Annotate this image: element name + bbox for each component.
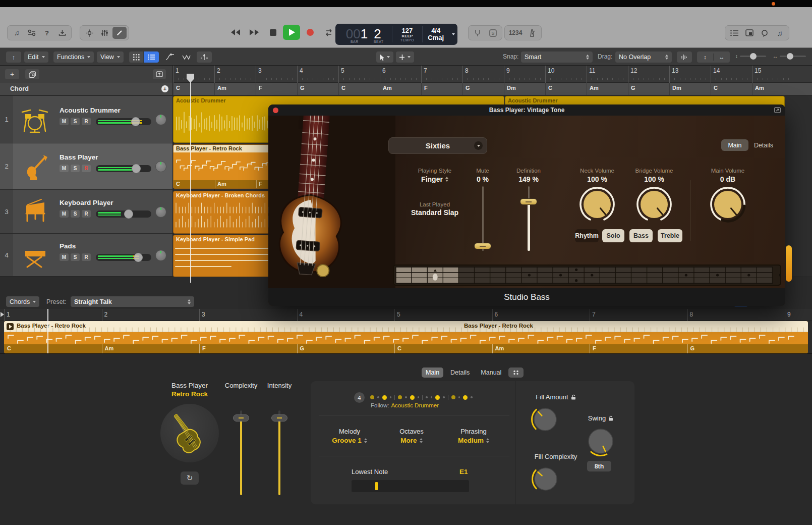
pan-knob[interactable] xyxy=(155,161,166,172)
solo-pickup-button[interactable]: Solo xyxy=(602,229,624,242)
snap-dropdown[interactable]: Smart xyxy=(521,51,593,63)
lcd-tempo[interactable]: 127 KEEP TEMPO xyxy=(392,24,423,45)
hide-toolbar-icon[interactable]: ↑ xyxy=(6,51,21,63)
chord-cell[interactable]: C xyxy=(548,85,552,91)
intensity-slider[interactable] xyxy=(271,410,287,495)
editor-bar-number[interactable]: 5 xyxy=(397,311,400,318)
definition-slider[interactable] xyxy=(518,186,539,251)
chord-cell[interactable]: Dm xyxy=(672,85,681,91)
rewind-button[interactable] xyxy=(227,25,244,40)
vertical-scrollbar[interactable] xyxy=(786,245,792,282)
record-enable-button[interactable]: R xyxy=(82,165,91,172)
editor-chord-cell[interactable]: F xyxy=(593,345,596,351)
slider-handle[interactable] xyxy=(271,414,287,422)
ruler-bar-number[interactable]: 2 xyxy=(217,67,220,74)
editor-chord-cell[interactable]: C xyxy=(7,345,11,351)
plugin-tab-main[interactable]: Main xyxy=(721,139,748,151)
download-icon[interactable] xyxy=(55,27,69,39)
editor-bar-number[interactable]: 8 xyxy=(690,311,693,318)
editor-bar-number[interactable]: 7 xyxy=(592,311,596,318)
editor-bar-number[interactable]: 6 xyxy=(495,311,498,318)
reload-style-button[interactable]: ↻ xyxy=(181,471,199,485)
track-row-1[interactable]: 1Acoustic DrummerMSR xyxy=(0,96,173,143)
lcd-display[interactable]: 001 2 BAR BEAT 127 KEEP TEMPO 4/4 Cmaj xyxy=(335,24,457,45)
volume-handle[interactable] xyxy=(132,164,141,173)
lcd-brightness-icon[interactable] xyxy=(82,27,96,39)
view-menu[interactable]: View xyxy=(97,51,124,63)
param-phrasing[interactable]: Phrasing Medium xyxy=(446,428,501,444)
plugin-tab-details[interactable]: Details xyxy=(749,139,778,151)
ruler-bar-number[interactable]: 15 xyxy=(755,67,761,74)
player-style[interactable]: Retro Rock xyxy=(139,390,240,398)
record-button[interactable] xyxy=(302,25,319,40)
editor-chord-cell[interactable]: Am xyxy=(495,345,504,351)
count-in-button[interactable]: 1234 xyxy=(507,27,524,39)
main-volume-knob[interactable] xyxy=(709,185,747,224)
metronome-icon[interactable] xyxy=(525,27,539,39)
solo-button[interactable]: S xyxy=(71,118,80,125)
ruler-bar-number[interactable]: 3 xyxy=(258,67,262,74)
chord-cell[interactable]: G xyxy=(631,85,635,91)
bridge-volume-knob[interactable] xyxy=(635,185,673,224)
track-header-config-icon[interactable] xyxy=(153,69,166,79)
flex-icon[interactable] xyxy=(197,51,212,63)
editor-chord-cell[interactable]: G xyxy=(690,345,695,351)
pan-knob[interactable] xyxy=(155,250,166,261)
help-icon[interactable]: ? xyxy=(40,27,54,39)
rhythm-button[interactable]: Rhythm xyxy=(575,229,599,242)
solo-button[interactable]: S xyxy=(71,253,80,261)
drag-dropdown[interactable]: No Overlap xyxy=(615,51,672,63)
ruler-bar-number[interactable]: 1 xyxy=(176,67,179,74)
track-row-4[interactable]: 4PadsMSR xyxy=(0,234,173,277)
neck-volume-knob[interactable] xyxy=(578,185,616,224)
chord-cell[interactable]: F xyxy=(259,85,262,91)
vertical-autozoom-icon[interactable]: ↕ xyxy=(697,51,713,63)
editor-bar-number[interactable]: 3 xyxy=(202,311,205,318)
fill-amount-knob[interactable] xyxy=(530,404,560,435)
ruler-bar-number[interactable]: 12 xyxy=(630,67,637,74)
editor-bar-number[interactable]: 2 xyxy=(104,311,108,318)
mute-button[interactable]: M xyxy=(60,253,69,261)
plugin-preset-dropdown[interactable]: Sixties xyxy=(388,137,487,154)
ruler-bar-number[interactable]: 14 xyxy=(713,67,720,74)
chord-cell[interactable]: G xyxy=(300,85,305,91)
ruler-bar-number[interactable]: 6 xyxy=(382,67,386,74)
fretboard-display[interactable] xyxy=(393,265,781,286)
volume-slider[interactable] xyxy=(96,211,151,218)
treble-tone-button[interactable]: Treble xyxy=(658,229,682,242)
list-view-icon[interactable] xyxy=(144,51,159,63)
duplicate-track-button[interactable] xyxy=(25,69,39,79)
ruler-bar-number[interactable]: 11 xyxy=(589,67,595,74)
lcd-chevron-icon[interactable] xyxy=(449,24,457,45)
record-enable-button[interactable]: R xyxy=(82,253,91,261)
volume-handle[interactable] xyxy=(131,117,140,126)
volume-slider[interactable] xyxy=(96,165,151,172)
ruler-bar-number[interactable]: 4 xyxy=(300,67,303,74)
solo-button[interactable]: S xyxy=(71,210,80,218)
editor-play-marker[interactable] xyxy=(1,312,4,317)
tuner-icon[interactable] xyxy=(471,27,485,39)
fill-complexity-knob[interactable] xyxy=(531,464,561,494)
chord-cell[interactable]: F xyxy=(424,85,428,91)
editor-chord-cell[interactable]: F xyxy=(202,345,206,351)
solo-mode-icon[interactable]: S xyxy=(486,27,500,39)
ruler-bar-number[interactable]: 5 xyxy=(341,67,344,74)
ruler-bar-number[interactable]: 8 xyxy=(465,67,469,74)
loop-browser-icon[interactable] xyxy=(758,27,772,39)
editor-region-play-button[interactable] xyxy=(7,323,14,330)
cycle-button[interactable] xyxy=(320,25,337,40)
ruler-bar-number[interactable]: 10 xyxy=(548,67,554,74)
ruler-bar-number[interactable]: 7 xyxy=(424,67,427,74)
plugin-titlebar[interactable]: Bass Player: Vintage Tone xyxy=(268,104,785,116)
volume-slider[interactable] xyxy=(96,118,151,125)
lcd-signature[interactable]: 4/4 Cmaj xyxy=(423,24,449,45)
tab-details[interactable]: Details xyxy=(446,368,474,378)
grid-view-icon[interactable] xyxy=(129,51,143,63)
pattern-dots[interactable] xyxy=(370,393,473,401)
param-melody[interactable]: Melody Groove 1 xyxy=(322,428,377,444)
param-octaves[interactable]: Octaves More xyxy=(384,428,439,444)
mute-slider[interactable] xyxy=(473,186,493,251)
automation-icon[interactable] xyxy=(162,51,178,63)
slider-handle[interactable] xyxy=(520,198,537,205)
link-icon[interactable] xyxy=(774,107,781,113)
